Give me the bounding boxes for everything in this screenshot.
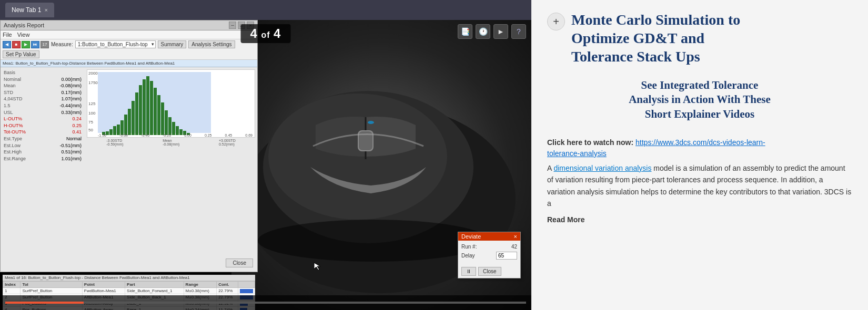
bar-18 xyxy=(165,110,168,135)
forward-icon[interactable]: ► xyxy=(493,24,508,39)
subtitle-line3: Short Explainer Videos xyxy=(645,108,754,120)
chart-sublabels: -3.00STD-0.59(mm) Mean-0.08(mm) +3.00STD… xyxy=(87,139,255,146)
y-label-2000: 2000 xyxy=(88,71,98,76)
article-title: Monte Carlo Simulation to Optimize GD&T … xyxy=(571,11,740,66)
bar-12 xyxy=(143,79,146,135)
tab-close-button[interactable]: × xyxy=(44,7,47,13)
info-icon[interactable]: ? xyxy=(511,24,526,39)
video-progress-bar[interactable] xyxy=(5,302,526,304)
clock-icon[interactable]: 🕐 xyxy=(476,24,490,39)
subtitle-line2: Analysis in Action With These xyxy=(629,93,771,106)
counter-current: 4 xyxy=(250,26,258,40)
sim-menu-view[interactable]: View xyxy=(17,32,30,38)
browser-tab[interactable]: New Tab 1 × xyxy=(5,3,54,17)
measure-value: 1:Button_to_Button_Flush-top xyxy=(78,42,148,47)
deviate-run-row: Run #: 42 xyxy=(461,244,517,250)
deviate-dialog: Deviate × Run #: 42 Delay ⏸ Close xyxy=(458,232,521,278)
video-frame: 4 of 4 📑 🕐 ► ? xyxy=(0,20,531,310)
bar-9 xyxy=(132,101,135,135)
table-title: Mea1 of 16: Button_to_Button_Flush-top -… xyxy=(3,275,255,281)
histogram-bars xyxy=(98,74,253,135)
y-label-1750: 1750 xyxy=(88,80,98,85)
bar-10 xyxy=(135,92,138,135)
col-index: Index xyxy=(3,282,21,288)
bar-6 xyxy=(120,120,124,135)
sim-close-button[interactable]: Close xyxy=(226,259,253,267)
article-title-line3: Tolerance Stack Ups xyxy=(571,48,700,65)
y-label-50: 50 xyxy=(88,128,93,132)
read-more-label: Read More xyxy=(547,215,585,224)
sim-menu-file[interactable]: File xyxy=(3,32,12,38)
body-prefix: A xyxy=(547,164,553,172)
subtitle-line1: See Integrated Tolerance xyxy=(641,79,759,91)
deviate-title-bar: Deviate × xyxy=(458,232,520,241)
body-link[interactable]: dimensional variation analysis xyxy=(553,164,651,172)
click-here-label: Click here to watch now: xyxy=(547,138,633,147)
click-here-line: Click here to watch now: https://www.3dc… xyxy=(547,137,852,159)
deviate-delay-row: Delay xyxy=(461,252,517,260)
left-panel: New Tab 1 × 4 of 4 📑 🕐 ► ? xyxy=(0,0,531,310)
y-label-75: 75 xyxy=(88,120,93,125)
bar-11 xyxy=(139,85,142,135)
deviate-close-button[interactable]: Close xyxy=(478,267,501,276)
deviate-pause-button[interactable]: ⏸ xyxy=(461,267,476,276)
toolbar-icon-4[interactable]: ⏭ xyxy=(31,41,39,48)
histogram-chart: 2000 1750 125 100 75 50 xyxy=(87,69,255,138)
analysis-settings-btn[interactable]: Analysis Settings xyxy=(188,40,235,48)
set-pp-btn[interactable]: Set Pp Value xyxy=(3,50,39,58)
sim-minimize-btn[interactable]: ─ xyxy=(229,22,236,29)
measure-dropdown[interactable]: 1:Button_to_Button_Flush-top ▾ xyxy=(75,40,156,48)
col-cont: Cont. xyxy=(217,282,238,288)
deviate-body: Run #: 42 Delay xyxy=(458,241,520,265)
x-axis-labels: -1.56 -0.68 -0.40 -0.20 0.00 0.25 0.45 0… xyxy=(98,133,253,137)
right-panel: + Monte Carlo Simulation to Optimize GD&… xyxy=(531,0,868,310)
col-tol: Tol xyxy=(21,282,82,288)
toolbar-icon-1[interactable]: ◀ xyxy=(3,41,11,48)
toolbar-icon-3[interactable]: ▶ xyxy=(22,41,30,48)
table-row: 1SurfPref_ButtonFwdButton-Mea1Side_Butto… xyxy=(3,288,255,294)
subtitle-section: See Integrated Tolerance Analysis in Act… xyxy=(547,78,852,130)
col-range: Range xyxy=(184,282,217,288)
svg-point-7 xyxy=(368,121,374,124)
svg-point-2 xyxy=(268,94,447,220)
run-label: Run #: xyxy=(461,244,477,250)
sim-stats: Basis Nominal0.00(mm) Mean-0.08(mm) STD0… xyxy=(1,67,85,274)
delay-label: Delay xyxy=(461,253,475,259)
deviate-close-icon[interactable]: × xyxy=(514,233,517,240)
nav-icons: 📑 🕐 ► ? xyxy=(458,24,526,39)
y-label-100: 100 xyxy=(88,111,95,116)
counter-of: of xyxy=(261,30,270,39)
article-title-line2: Optimize GD&T and xyxy=(571,30,704,46)
bookmark-icon[interactable]: 📑 xyxy=(458,24,472,39)
measurement-title: Mea1: Button_to_Button_Flush-top-Distanc… xyxy=(1,60,257,67)
link-text-part1: https://www.3dcs.com/dcs-videos-learn- xyxy=(635,138,765,147)
progress-bar-fill xyxy=(5,302,84,304)
bar-8 xyxy=(128,109,131,135)
sim-menu-bar: File View xyxy=(1,30,257,39)
sim-chart-area: 2000 1750 125 100 75 50 xyxy=(85,67,257,274)
col-part: Part xyxy=(125,282,184,288)
read-more-link[interactable]: Read More xyxy=(547,215,852,224)
delay-input[interactable] xyxy=(496,252,517,260)
summary-btn[interactable]: Summary xyxy=(158,40,187,48)
col-point: Point xyxy=(82,282,125,288)
toolbar-icon-5[interactable]: 17 xyxy=(41,41,49,48)
article-body: A dimensional variation analysis model i… xyxy=(547,162,852,210)
article-title-line1: Monte Carlo Simulation to xyxy=(571,12,740,28)
mouse-cursor xyxy=(313,262,321,270)
simulation-screenshot: Analysis Report ─ □ × File View ◀ ■ ▶ ⏭ xyxy=(0,20,258,272)
deviate-footer: ⏸ Close xyxy=(458,265,520,278)
bar-16 xyxy=(157,95,160,135)
article-subtitle: See Integrated Tolerance Analysis in Act… xyxy=(547,78,852,121)
sim-toolbar: ◀ ■ ▶ ⏭ 17 Measure: 1:Button_to_Button_F… xyxy=(1,39,257,60)
bar-19 xyxy=(168,117,171,135)
bar-17 xyxy=(161,102,164,135)
toolbar-icon-2[interactable]: ■ xyxy=(12,41,21,48)
article-header: + Monte Carlo Simulation to Optimize GD&… xyxy=(547,11,852,66)
browser-bar: New Tab 1 × xyxy=(0,0,531,20)
col-bar xyxy=(238,282,255,288)
deviate-title-label: Deviate xyxy=(461,233,481,240)
sim-title-bar: Analysis Report ─ □ × xyxy=(1,20,257,30)
tab-label: New Tab 1 xyxy=(12,6,41,14)
plus-symbol: + xyxy=(553,16,559,28)
